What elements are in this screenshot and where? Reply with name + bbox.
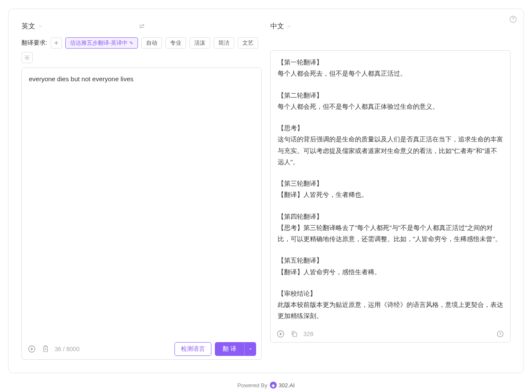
footer: Powered By ◆ 302.AI — [0, 382, 532, 389]
round2-body: 每个人都会死，但不是每个人都真正体验过生命的意义。 — [278, 101, 503, 112]
translate-button[interactable]: 翻 译 — [215, 342, 244, 356]
requirements-row: 翻译要求: + 信达雅五步翻译-英译中 ✎ 自动 专业 活泼 简洁 文艺 — [21, 37, 262, 63]
chevron-down-icon — [287, 24, 292, 29]
output-count: 328 — [303, 331, 313, 337]
target-column: 中文 【第一轮翻译】 每个人都会死去，但不是每个人都真正活过。 【第二轮翻译】 … — [270, 18, 511, 360]
round1-body: 每个人都会死去，但不是每个人都真正活过。 — [278, 68, 503, 79]
detect-language-button[interactable]: 检测语言 — [174, 342, 211, 356]
brand-link[interactable]: ◆ 302.AI — [270, 382, 295, 389]
target-panel: 【第一轮翻译】 每个人都会死去，但不是每个人都真正活过。 【第二轮翻译】 每个人… — [270, 50, 511, 343]
chip-lively[interactable]: 活泼 — [190, 37, 210, 49]
round5-header: 【第五轮翻译】 — [278, 255, 503, 266]
conclusion-body: 此版本较前版本更为贴近原意，运用《诗经》的语言风格，意境上更契合，表达更加精练深… — [278, 299, 503, 322]
translate-dropdown-button[interactable] — [244, 342, 256, 356]
chip-literary[interactable]: 文艺 — [238, 37, 258, 49]
round2-header: 【第二轮翻译】 — [278, 90, 503, 101]
source-lang-select[interactable]: 英文 — [21, 22, 43, 31]
svg-rect-4 — [44, 346, 48, 352]
source-toolbar: 36 / 8000 检测语言 翻 译 — [22, 339, 261, 359]
brand-logo-icon: ◆ — [270, 382, 277, 389]
target-toolbar: 328 — [271, 326, 510, 342]
char-count: 36 / 8000 — [55, 346, 79, 352]
round3-body: 【翻译】人皆死兮，生者稀也。 — [278, 189, 503, 200]
round4-body: 【思考】第三轮翻译略去了"每个人都死"与"不是每个人都真正活过"之间的对比，可以… — [278, 222, 503, 245]
chip-xindaya[interactable]: 信达雅五步翻译-英译中 ✎ — [65, 37, 138, 49]
chip-concise[interactable]: 简洁 — [214, 37, 234, 49]
settings-button[interactable] — [21, 52, 33, 63]
source-lang-label: 英文 — [21, 22, 35, 31]
svg-point-2 — [26, 57, 28, 58]
chevron-down-icon — [38, 24, 43, 29]
round1-header: 【第一轮翻译】 — [278, 57, 503, 68]
history-icon[interactable] — [495, 329, 505, 339]
round4-header: 【第四轮翻译】 — [278, 211, 503, 222]
source-panel: 36 / 8000 检测语言 翻 译 — [21, 67, 262, 360]
source-textarea[interactable] — [22, 68, 261, 339]
svg-rect-6 — [293, 333, 297, 337]
target-lang-select[interactable]: 中文 — [270, 22, 292, 31]
add-requirement-button[interactable]: + — [51, 37, 62, 49]
source-column: 英文 翻译要求: + 信达雅五步翻译-英译中 ✎ 自动 专业 活泼 — [21, 18, 262, 360]
app-container: 英文 翻译要求: + 信达雅五步翻译-英译中 ✎ 自动 专业 活泼 — [8, 9, 524, 373]
powered-by-label: Powered By — [237, 382, 267, 389]
swap-languages-button[interactable] — [136, 21, 147, 32]
play-icon[interactable] — [27, 344, 37, 354]
target-lang-label: 中文 — [270, 22, 284, 31]
svg-point-1 — [513, 21, 513, 21]
copy-icon[interactable] — [290, 329, 299, 339]
play-icon[interactable] — [276, 329, 285, 339]
output-body: 【第一轮翻译】 每个人都会死去，但不是每个人都真正活过。 【第二轮翻译】 每个人… — [271, 51, 510, 326]
round5-body: 【翻译】人皆命穷兮，感悟生者稀。 — [278, 266, 503, 278]
brand-name: 302.AI — [278, 382, 295, 389]
think-header: 【思考】 — [278, 122, 503, 134]
conclusion-header: 【审校结论】 — [278, 288, 503, 299]
chip-auto[interactable]: 自动 — [141, 37, 162, 49]
edit-icon: ✎ — [129, 40, 133, 46]
round3-header: 【第三轮翻译】 — [278, 178, 503, 189]
chip-pro[interactable]: 专业 — [165, 37, 186, 49]
think-body: 这句话的背后强调的是生命的质量以及人们是否真正活在当下，追求生命的丰富与充实。可… — [278, 134, 503, 168]
paste-icon[interactable] — [41, 344, 50, 354]
requirements-label: 翻译要求: — [21, 39, 47, 47]
